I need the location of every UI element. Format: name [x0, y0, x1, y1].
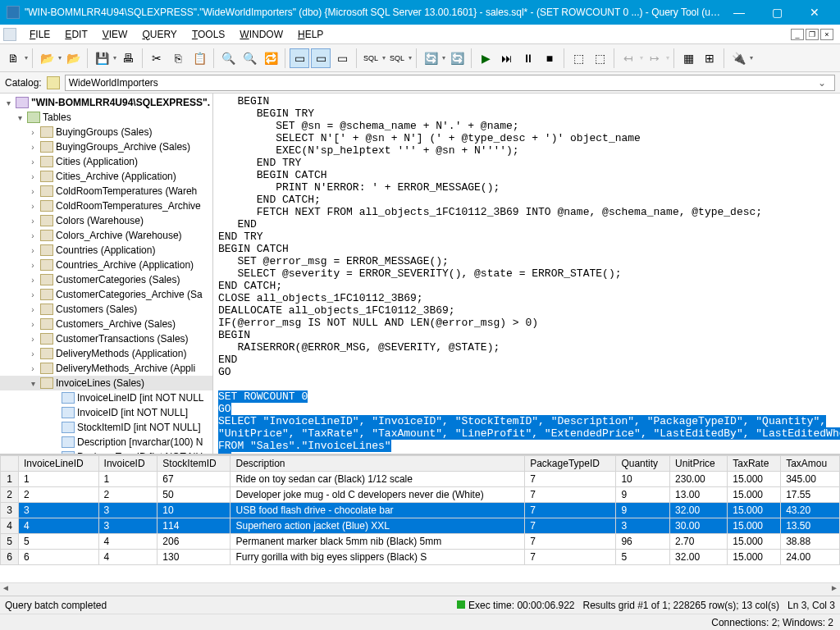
grid-header[interactable]: InvoiceLineID	[19, 456, 99, 472]
grid-header[interactable]: InvoiceID	[98, 456, 158, 472]
toolbar: 🗎▾ 📂▾ 📂 💾▾ 🖶 ✂ ⎘ 📋 🔍 🔍 🔁 ▭ ▭ ▭ SQL▾ SQL▾…	[0, 44, 840, 72]
tree-column-node[interactable]: InvoiceID [int NOT NULL]	[0, 405, 212, 420]
app-icon	[7, 6, 20, 19]
mdi-restore-button[interactable]: ❐	[806, 29, 819, 40]
tree-table-node-selected[interactable]: ▾InvoiceLines (Sales)	[0, 376, 212, 390]
grid-header[interactable]: TaxRate	[728, 456, 781, 472]
menu-query[interactable]: QUERY	[135, 26, 183, 43]
catalog-select[interactable]: WideWorldImporters ⌄	[65, 75, 835, 91]
table-row[interactable]: 33310USB food flash drive - chocolate ba…	[1, 503, 840, 518]
print-button[interactable]: 🖶	[118, 48, 138, 68]
table-row[interactable]: 554206Permanent marker black 5mm nib (Bl…	[1, 534, 840, 550]
refresh-button[interactable]: 🔄	[421, 48, 441, 68]
menu-file[interactable]: FILE	[23, 26, 57, 43]
table-row[interactable]: 22250Developer joke mug - old C develope…	[1, 487, 840, 503]
app-status-bar: Connections: 2; Windows: 2	[0, 614, 840, 630]
trans1-button[interactable]: ⬚	[568, 48, 588, 68]
tree-table-node[interactable]: ›Countries (Application)	[0, 243, 212, 258]
menu-bar: FILE EDIT VIEW QUERY TOOLS WINDOW HELP _…	[0, 25, 840, 44]
tree-table-node[interactable]: ›Colors_Archive (Warehouse)	[0, 228, 212, 243]
tree-tables-node[interactable]: ▾Tables	[0, 110, 212, 125]
panel1-button[interactable]: ▭	[290, 48, 309, 68]
status-connections: Connections: 2; Windows: 2	[711, 617, 833, 628]
object-tree[interactable]: ▾"WIN-BOMMLRR4U94\SQLEXPRESS".▾Tables›Bu…	[0, 94, 212, 454]
results-grid[interactable]: InvoiceLineIDInvoiceIDStockItemIDDescrip…	[0, 455, 840, 565]
tree-table-node[interactable]: ›BuyingGroups_Archive (Sales)	[0, 139, 212, 154]
tree-table-node[interactable]: ›DeliveryMethods_Archive (Appli	[0, 361, 212, 376]
grid-header[interactable]: PackageTypeID	[525, 456, 616, 472]
tree-column-node[interactable]: PackageTypeID [int NOT NU	[0, 450, 212, 454]
grid-header[interactable]: StockItemID	[158, 456, 231, 472]
cut-button[interactable]: ✂	[147, 48, 167, 68]
panel3-button[interactable]: ▭	[332, 48, 352, 68]
replace-button[interactable]: 🔁	[261, 48, 281, 68]
run-button[interactable]: ▶	[476, 48, 495, 68]
grid-button[interactable]: ▦	[678, 48, 698, 68]
tree-table-node[interactable]: ›Customers_Archive (Sales)	[0, 317, 212, 331]
minimize-button[interactable]: —	[720, 0, 758, 25]
nav-first-button[interactable]: ↤	[619, 48, 638, 68]
panel2-button[interactable]: ▭	[311, 48, 331, 68]
status-cursor-pos: Ln 3, Col 3	[788, 600, 835, 611]
tree-table-node[interactable]: ›DeliveryMethods (Application)	[0, 346, 212, 361]
maximize-button[interactable]: ▢	[758, 0, 796, 25]
menu-window[interactable]: WINDOW	[233, 26, 290, 43]
table-row[interactable]: 664130Furry gorilla with big eyes slippe…	[1, 550, 840, 565]
close-button[interactable]: ✕	[796, 0, 833, 25]
open-button[interactable]: 📂	[37, 48, 57, 68]
tree-column-node[interactable]: StockItemID [int NOT NULL]	[0, 420, 212, 435]
tree-table-node[interactable]: ›Countries_Archive (Application)	[0, 258, 212, 272]
tree-table-node[interactable]: ›Cities (Application)	[0, 154, 212, 169]
step-button[interactable]: ⏭	[497, 48, 517, 68]
new-button[interactable]: 🗎	[3, 48, 23, 68]
table-row[interactable]: 11167Ride on toy sedan car (Black) 1/12 …	[1, 472, 840, 487]
find-button[interactable]: 🔍	[218, 48, 238, 68]
open2-button[interactable]: 📂	[63, 48, 83, 68]
tree-column-node[interactable]: Description [nvarchar(100) N	[0, 435, 212, 450]
tree-table-node[interactable]: ›CustomerCategories (Sales)	[0, 272, 212, 287]
catalog-icon	[47, 76, 60, 89]
refresh2-button[interactable]: 🔄	[447, 48, 467, 68]
trans2-button[interactable]: ⬚	[590, 48, 609, 68]
sql2-button[interactable]: SQL	[387, 48, 407, 68]
tree-table-node[interactable]: ›ColdRoomTemperatures (Wareh	[0, 184, 212, 199]
grid-header[interactable]: Quantity	[616, 456, 670, 472]
find2-button[interactable]: 🔍	[240, 48, 259, 68]
mdi-icon	[3, 28, 16, 41]
grid-header[interactable]: UnitPrice	[670, 456, 728, 472]
menu-tools[interactable]: TOOLS	[185, 26, 231, 43]
status-indicator-icon	[457, 600, 465, 609]
paste-button[interactable]: 📋	[189, 48, 209, 68]
table-row[interactable]: 443114Superhero action jacket (Blue) XXL…	[1, 518, 840, 534]
sql-editor[interactable]: BEGIN BEGIN TRY SET @sn = @schema_name +…	[213, 94, 840, 454]
tree-table-node[interactable]: ›Customers (Sales)	[0, 302, 212, 317]
horizontal-scrollbar[interactable]	[0, 582, 840, 596]
mdi-minimize-button[interactable]: _	[791, 29, 804, 40]
tree-column-node[interactable]: InvoiceLineID [int NOT NULL	[0, 390, 212, 405]
grid-header[interactable]: TaxAmou	[781, 456, 840, 472]
status-exec-time: Exec time: 00:00:06.922	[468, 600, 574, 611]
copy-button[interactable]: ⎘	[168, 48, 188, 68]
tree-table-node[interactable]: ›Colors (Warehouse)	[0, 213, 212, 228]
tree-table-node[interactable]: ›ColdRoomTemperatures_Archive	[0, 199, 212, 213]
window-title: "WIN-BOMMLRR4U94\SQLEXPRESS"."WideWorldI…	[25, 7, 720, 18]
pause-button[interactable]: ⏸	[518, 48, 538, 68]
tree-table-node[interactable]: ›CustomerCategories_Archive (Sa	[0, 287, 212, 302]
sql1-button[interactable]: SQL	[361, 48, 381, 68]
grid-header[interactable]: Description	[231, 456, 525, 472]
menu-help[interactable]: HELP	[291, 26, 330, 43]
stop-button[interactable]: ■	[540, 48, 559, 68]
status-results: Results grid #1 of 1; 228265 row(s); 13 …	[583, 600, 779, 611]
tree-table-node[interactable]: ›CustomerTransactions (Sales)	[0, 331, 212, 346]
tree-table-node[interactable]: ›BuyingGroups (Sales)	[0, 125, 212, 139]
mdi-close-button[interactable]: ×	[820, 29, 833, 40]
menu-edit[interactable]: EDIT	[58, 26, 94, 43]
connect-button[interactable]: 🔌	[728, 48, 748, 68]
catalog-label: Catalog:	[5, 77, 42, 89]
tree-table-node[interactable]: ›Cities_Archive (Application)	[0, 169, 212, 184]
nav-last-button[interactable]: ↦	[645, 48, 664, 68]
save-button[interactable]: 💾	[92, 48, 112, 68]
tab-button[interactable]: ⊞	[700, 48, 719, 68]
menu-view[interactable]: VIEW	[96, 26, 135, 43]
tree-server-node[interactable]: ▾"WIN-BOMMLRR4U94\SQLEXPRESS".	[0, 95, 212, 110]
